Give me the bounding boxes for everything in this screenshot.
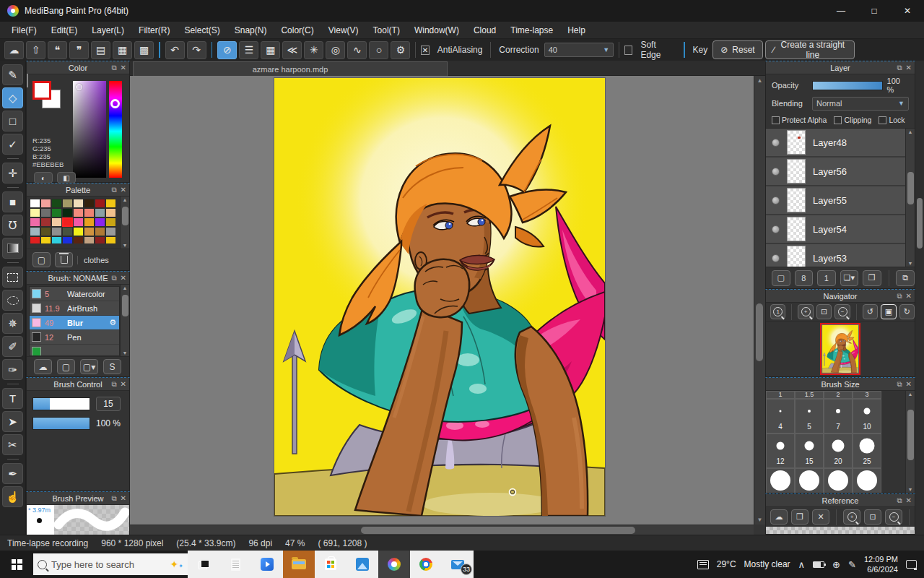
canvas-viewport[interactable] <box>130 76 754 525</box>
palette-color-swatch[interactable] <box>105 217 116 227</box>
scroll-down-icon[interactable]: ▼ <box>123 350 128 355</box>
panel-column-scrollbar[interactable] <box>915 61 924 535</box>
menu-item-snap[interactable]: Snap(N) <box>227 22 274 38</box>
palette-color-swatch[interactable] <box>84 227 95 236</box>
close-icon[interactable]: ✕ <box>906 496 912 504</box>
snap-settings-button[interactable]: ⚙ <box>391 41 410 59</box>
duplicate-layer-button[interactable]: ⧉ <box>896 270 915 286</box>
add-brush-menu-button[interactable]: ▢▾ <box>80 359 98 374</box>
close-icon[interactable]: ✕ <box>121 186 126 194</box>
layer-visibility-dot[interactable] <box>772 225 780 233</box>
notification-icon[interactable] <box>906 560 917 569</box>
layer-visibility-dot[interactable] <box>772 139 780 147</box>
select-rect-tool[interactable] <box>2 267 23 288</box>
close-icon[interactable]: ✕ <box>906 292 912 300</box>
lasso-tool[interactable] <box>2 290 23 311</box>
minimize-button[interactable]: — <box>824 0 858 22</box>
brush-size-cell[interactable]: 20 <box>824 434 853 468</box>
popout-icon[interactable]: ⧉ <box>897 380 902 389</box>
brush-size-cell[interactable]: 12 <box>766 434 795 468</box>
menu-item-tool[interactable]: Tool(T) <box>366 22 407 38</box>
new-1bit-layer-button[interactable]: 1 <box>817 270 836 286</box>
document-button[interactable]: ▤ <box>91 41 110 59</box>
saturation-indicator[interactable] <box>76 84 82 90</box>
popout-icon[interactable]: ⧉ <box>897 496 902 505</box>
brush-size-cell[interactable]: 15 <box>795 434 824 468</box>
taskbar-photos[interactable] <box>346 551 378 578</box>
weather-text[interactable]: Mostly clear <box>744 559 790 569</box>
network-icon[interactable]: ⊕ <box>832 559 840 570</box>
horizontal-scrollbar[interactable] <box>130 525 754 535</box>
news-icon[interactable] <box>697 560 709 569</box>
protect-alpha-checkbox[interactable]: Protect Alpha <box>772 116 827 124</box>
taskbar-medibang-paint[interactable] <box>378 551 410 578</box>
transparent-color-swatch[interactable] <box>27 74 28 87</box>
popout-icon[interactable]: ⧉ <box>897 64 902 72</box>
palette-color-swatch[interactable] <box>95 217 105 227</box>
brush-tool[interactable]: ✎ <box>2 64 23 85</box>
soft-edge-checkbox[interactable] <box>624 46 632 55</box>
add-palette-color-button[interactable]: ◧ <box>57 172 76 184</box>
fit-screen-button[interactable]: ⊡ <box>816 304 832 319</box>
palette-color-swatch[interactable] <box>51 199 62 208</box>
layer-row[interactable]: Layer48 <box>766 129 905 158</box>
add-brush-button[interactable]: ▢ <box>57 359 75 374</box>
comment-button[interactable]: ❝ <box>48 41 67 59</box>
text-tool[interactable]: T <box>2 388 23 409</box>
layer-row[interactable]: Layer55 <box>766 186 905 215</box>
script-brush-button[interactable]: S <box>103 359 121 374</box>
menu-item-select[interactable]: Select(S) <box>177 22 227 38</box>
snap-radial-button[interactable]: ✳ <box>304 41 323 59</box>
layer-row[interactable]: Layer53 <box>766 244 905 267</box>
scroll-down-icon[interactable]: ▼ <box>123 243 128 248</box>
maximize-button[interactable]: □ <box>858 0 891 22</box>
snap-parallel-button[interactable]: ☰ <box>239 41 258 59</box>
scroll-thumb[interactable] <box>122 207 128 225</box>
figure-brush-tool[interactable]: □ <box>2 111 23 131</box>
undo-button[interactable]: ↶ <box>165 41 185 59</box>
rotate-right-button[interactable]: ↻ <box>899 304 915 319</box>
delete-palette-button[interactable] <box>55 252 73 267</box>
palette-color-swatch[interactable] <box>30 217 40 227</box>
hue-bar[interactable] <box>109 81 122 178</box>
fill-rect-tool[interactable]: ■ <box>2 191 23 212</box>
taskbar-task-view[interactable] <box>188 551 219 578</box>
palette-color-swatch[interactable] <box>105 236 116 243</box>
palette-color-swatch[interactable] <box>73 236 84 243</box>
taskbar-mail[interactable]: 33 <box>442 551 474 578</box>
scroll-up-icon[interactable]: ▲ <box>123 197 128 202</box>
menu-item-cloud[interactable]: Cloud <box>466 22 503 38</box>
scroll-down-icon[interactable]: ▼ <box>908 261 913 266</box>
palette-color-swatch[interactable] <box>40 208 51 217</box>
palette-color-swatch[interactable] <box>30 236 40 243</box>
menu-item-edit[interactable]: Edit(E) <box>44 22 85 38</box>
palette-color-swatch[interactable] <box>40 199 51 208</box>
polyline-tool[interactable]: ✓ <box>2 134 23 155</box>
cloud-open-button[interactable]: ☁ <box>770 509 788 525</box>
saturation-square[interactable] <box>73 81 106 178</box>
new-layer-button[interactable]: ▢ <box>772 270 790 286</box>
rotate-left-button[interactable]: ↺ <box>863 304 878 319</box>
brush-size-cell[interactable]: 7 <box>824 399 853 434</box>
move-tool[interactable]: ✛ <box>2 163 23 184</box>
brush-size-cell[interactable]: 10 <box>853 399 881 434</box>
layer-visibility-dot[interactable] <box>772 168 780 176</box>
menu-item-view[interactable]: View(V) <box>321 22 366 38</box>
scroll-thumb[interactable] <box>907 410 914 460</box>
snap-concentric-button[interactable]: ◎ <box>326 41 345 59</box>
palette-color-swatch[interactable] <box>62 217 73 227</box>
brush-size-cell[interactable]: 5 <box>795 399 824 434</box>
layer-folder-button[interactable]: ❒ <box>863 270 881 286</box>
battery-icon[interactable] <box>813 561 824 568</box>
magic-wand-tool[interactable]: ✵ <box>2 313 23 334</box>
palette-color-swatch[interactable] <box>73 199 84 208</box>
palette-color-swatch[interactable] <box>73 227 84 236</box>
close-icon[interactable]: ✕ <box>906 380 912 388</box>
horizontal-scroll-thumb[interactable] <box>361 527 635 534</box>
bucket-tool[interactable]: ℧ <box>2 215 23 236</box>
ref-fit-button[interactable]: ⊡ <box>864 509 881 525</box>
select-pen-tool[interactable]: ✐ <box>2 336 23 357</box>
palette-color-swatch[interactable] <box>84 236 95 243</box>
redo-button[interactable]: ↷ <box>187 41 206 59</box>
menu-item-layer[interactable]: Layer(L) <box>84 22 131 38</box>
